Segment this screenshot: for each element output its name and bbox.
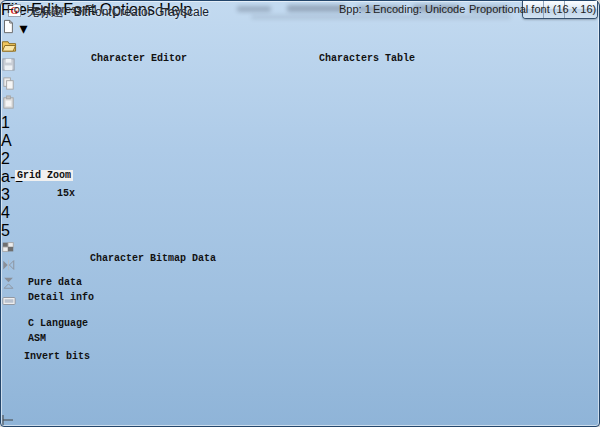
width-marker-icon — [1, 414, 15, 426]
status-encoding: Encoding: Unicode — [373, 3, 465, 15]
paste-button[interactable] — [1, 95, 20, 114]
characters-table-title: Characters Table — [319, 53, 415, 64]
flip-horizontal-button[interactable] — [1, 258, 20, 276]
toolbar-num-label: 3 — [1, 186, 10, 203]
widescreen-button[interactable] — [1, 294, 22, 312]
grid-zoom-label: Grid Zoom — [15, 170, 73, 181]
flip-horizontal-icon — [1, 258, 16, 272]
tool-palette: ✎ H - ▲ H + ◀ ▼ ▶ — [1, 412, 599, 427]
glass-smudge — [251, 15, 511, 19]
pure-data-label: Pure data — [28, 277, 82, 288]
grid-zoom-value: 15x — [57, 188, 75, 199]
toolbar-num-label: 4 — [1, 204, 10, 221]
toolbar-num-label: 1 — [1, 114, 10, 131]
invert-image-button[interactable] — [1, 240, 20, 258]
flip-vertical-icon — [1, 276, 16, 290]
save-floppy-icon — [1, 57, 16, 72]
save-button[interactable] — [1, 57, 20, 76]
widescreen-icon — [1, 294, 17, 308]
status-help-text: For Help, press F1 — [7, 3, 98, 15]
invert-bits-label: Invert bits — [24, 351, 90, 362]
invert-icon — [1, 240, 15, 254]
app-window: G 无标题 - BitFontCreator Grayscale File Ed… — [0, 0, 600, 427]
view-export-button[interactable]: 5 — [1, 222, 22, 240]
bitmap-data-title: Character Bitmap Data — [90, 253, 216, 264]
toolbar-num-label: 5 — [1, 222, 10, 239]
new-dropdown-caret-icon: ▾ — [19, 20, 27, 37]
view-bar-button[interactable]: 3 — [1, 186, 19, 204]
new-document-icon — [1, 19, 15, 34]
flip-vertical-button[interactable] — [1, 276, 20, 294]
glass-smudge — [287, 5, 345, 12]
glass-smudge — [237, 6, 271, 12]
screenshot-stage: G 无标题 - BitFontCreator Grayscale File Ed… — [0, 0, 600, 427]
new-button[interactable]: ▾ — [1, 19, 28, 38]
view-image-button[interactable]: 4 — [1, 204, 22, 222]
open-button[interactable] — [1, 38, 20, 57]
status-font-info: Proportional font (16 x 16) — [469, 3, 596, 15]
open-folder-icon — [1, 38, 17, 53]
status-bpp: Bpp: 1 — [339, 3, 371, 15]
toolbar-num-label: 2 — [1, 150, 10, 167]
view-editor-button[interactable]: 1 A — [1, 114, 19, 150]
c-language-label: C Language — [28, 318, 88, 329]
letter-a-icon: A — [1, 132, 12, 149]
character-editor-title: Character Editor — [91, 53, 187, 64]
copy-button[interactable] — [1, 76, 20, 95]
asm-label: ASM — [28, 333, 46, 344]
copy-icon — [1, 76, 16, 91]
width-marker-tool-button[interactable] — [1, 412, 599, 427]
paste-icon — [1, 95, 16, 110]
detail-info-label: Detail info — [28, 292, 94, 303]
